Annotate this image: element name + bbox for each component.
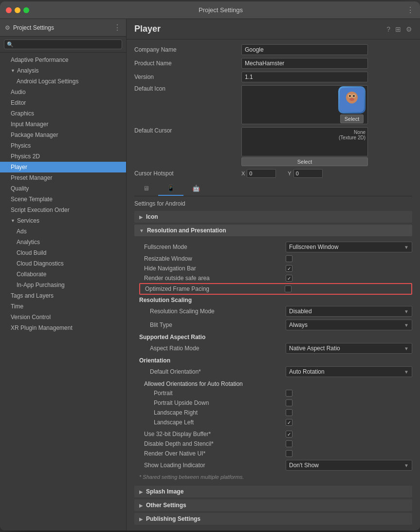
sidebar-item-analysis[interactable]: ▼ Analysis xyxy=(0,65,126,76)
sidebar-item-physics-2d[interactable]: Physics 2D xyxy=(0,151,126,162)
sidebar-items-list: Adaptive Performance ▼ Analysis Android … xyxy=(0,53,126,531)
hide-nav-bar-checkbox[interactable] xyxy=(286,265,292,272)
tab-android[interactable]: 🤖 xyxy=(183,182,209,196)
resolution-scaling-mode-dropdown[interactable]: Disabled ▼ xyxy=(286,306,412,317)
titlebar: Project Settings ⋮ xyxy=(0,1,420,19)
show-loading-dropdown[interactable]: Don't Show ▼ xyxy=(286,460,412,471)
supported-aspect-ratio-title: Supported Aspect Ratio xyxy=(139,332,412,342)
resolution-scaling-mode-row: Resolution Scaling Mode Disabled ▼ xyxy=(139,304,412,318)
hotspot-x-input[interactable] xyxy=(247,169,276,178)
sidebar-label: Player xyxy=(11,164,27,171)
version-input[interactable] xyxy=(241,72,368,82)
sidebar-item-player[interactable]: Player xyxy=(0,162,126,172)
blit-type-value: Always ▼ xyxy=(286,320,412,330)
sidebar-item-tags-and-layers[interactable]: Tags and Layers xyxy=(0,290,126,301)
sidebar-label: Services xyxy=(17,217,39,224)
resolution-scaling-mode-label: Resolution Scaling Mode xyxy=(139,308,286,315)
landscape-right-value xyxy=(286,409,412,416)
sidebar-label: Preset Manager xyxy=(11,174,52,181)
sidebar-item-android-logcat[interactable]: Android Logcat Settings xyxy=(0,76,126,87)
sidebar-item-scene-template[interactable]: Scene Template xyxy=(0,194,126,205)
sidebar-item-script-execution-order[interactable]: Script Execution Order xyxy=(0,205,126,215)
sidebar-item-input-manager[interactable]: Input Manager xyxy=(0,119,126,130)
sidebar-item-cloud-build[interactable]: Cloud Build xyxy=(0,247,126,258)
hotspot-y-input[interactable] xyxy=(293,169,323,178)
product-name-input[interactable] xyxy=(241,58,368,69)
cursor-select-button[interactable]: Select xyxy=(241,157,368,166)
window-menu[interactable]: ⋮ xyxy=(406,5,414,15)
sidebar-item-graphics[interactable]: Graphics xyxy=(0,108,126,119)
resolution-section-header[interactable]: ▼ Resolution and Presentation xyxy=(134,225,412,236)
window-title: Project Settings xyxy=(35,6,406,14)
fullscreen-mode-label: Fullscreen Mode xyxy=(139,244,286,250)
splash-image-arrow: ▶ xyxy=(139,489,143,494)
tab-desktop[interactable]: 🖥 xyxy=(134,182,158,196)
icon-section-title: Icon xyxy=(146,213,158,220)
sidebar-label: In-App Purchasing xyxy=(17,282,65,288)
sidebar-item-analytics[interactable]: Analytics xyxy=(0,237,126,247)
svg-point-4 xyxy=(349,95,351,97)
blit-type-dropdown[interactable]: Always ▼ xyxy=(286,320,412,330)
dropdown-arrow: ▼ xyxy=(404,309,409,314)
sidebar-item-adaptive-performance[interactable]: Adaptive Performance xyxy=(0,55,126,65)
maximize-button[interactable] xyxy=(23,7,29,13)
portrait-upside-down-checkbox[interactable] xyxy=(286,399,292,406)
sidebar-item-ads[interactable]: Ads xyxy=(0,226,126,237)
content-area: ⚙ Project Settings ⋮ 🔍 Adaptive Performa… xyxy=(0,19,420,531)
sidebar-item-time[interactable]: Time xyxy=(0,301,126,312)
render-outside-safe-checkbox[interactable] xyxy=(286,275,292,282)
aspect-ratio-mode-dropdown[interactable]: Native Aspect Ratio ▼ xyxy=(286,343,412,354)
icon-section-header[interactable]: ▶ Icon xyxy=(134,211,412,223)
search-input[interactable] xyxy=(4,39,122,49)
sidebar-item-physics[interactable]: Physics xyxy=(0,140,126,151)
portrait-checkbox[interactable] xyxy=(286,390,292,397)
company-name-input[interactable] xyxy=(241,44,368,55)
minimize-button[interactable] xyxy=(15,7,20,13)
sidebar-item-editor[interactable]: Editor xyxy=(0,97,126,108)
sidebar-item-version-control[interactable]: Version Control xyxy=(0,312,126,323)
show-loading-value: Don't Show ▼ xyxy=(286,460,412,471)
settings-icon[interactable]: ⚙ xyxy=(406,25,412,33)
sidebar-menu-icon[interactable]: ⋮ xyxy=(113,23,121,32)
main-content-area: Company Name Product Name Version Defaul… xyxy=(127,39,420,531)
version-label: Version xyxy=(134,74,241,80)
sidebar-item-in-app-purchasing[interactable]: In-App Purchasing xyxy=(0,280,126,290)
icon-select-button[interactable]: Select xyxy=(340,114,364,123)
mobile-icon: 📱 xyxy=(167,185,175,192)
sidebar-item-audio[interactable]: Audio xyxy=(0,87,126,97)
app-window: Project Settings ⋮ ⚙ Project Settings ⋮ … xyxy=(0,1,420,531)
sidebar-item-preset-manager[interactable]: Preset Manager xyxy=(0,172,126,183)
search-icon: 🔍 xyxy=(7,41,14,48)
sidebar-item-quality[interactable]: Quality xyxy=(0,183,126,194)
sidebar-item-collaborate[interactable]: Collaborate xyxy=(0,269,126,280)
default-orientation-dropdown[interactable]: Auto Rotation ▼ xyxy=(286,366,412,377)
tab-mobile[interactable]: 📱 xyxy=(158,182,183,196)
default-orientation-label: Default Orientation* xyxy=(139,368,286,375)
disable-depth-checkbox[interactable] xyxy=(286,440,292,447)
sidebar-item-cloud-diagnostics[interactable]: Cloud Diagnostics xyxy=(0,258,126,269)
sidebar-item-package-manager[interactable]: Package Manager xyxy=(0,130,126,140)
optimized-frame-pacing-label: Optimized Frame Pacing xyxy=(140,285,285,292)
sidebar-item-xr-plugin-management[interactable]: XR Plugin Management xyxy=(0,323,126,333)
render-over-native-checkbox[interactable] xyxy=(286,450,292,457)
sidebar-item-services[interactable]: ▼ Services xyxy=(0,215,126,226)
fullscreen-mode-dropdown[interactable]: Fullscreen Window ▼ xyxy=(286,242,412,252)
optimized-frame-pacing-checkbox[interactable] xyxy=(285,285,292,292)
layout-icon[interactable]: ⊞ xyxy=(395,25,401,33)
sidebar-label: Physics xyxy=(11,142,31,149)
fullscreen-mode-row: Fullscreen Mode Fullscreen Window ▼ xyxy=(139,240,412,254)
close-button[interactable] xyxy=(6,7,12,13)
splash-image-section-header[interactable]: ▶ Splash Image xyxy=(134,486,412,497)
other-settings-section-header[interactable]: ▶ Other Settings xyxy=(134,499,412,511)
landscape-right-checkbox[interactable] xyxy=(286,409,292,416)
default-icon-row: Default Icon xyxy=(134,85,412,124)
help-icon[interactable]: ? xyxy=(386,25,390,33)
landscape-left-checkbox[interactable] xyxy=(286,419,292,426)
use-32bit-checkbox[interactable] xyxy=(286,431,292,437)
hotspot-y-label: Y xyxy=(288,171,291,176)
hide-nav-bar-value xyxy=(286,265,412,272)
resizable-window-checkbox[interactable] xyxy=(286,255,292,262)
resolution-scaling-title: Resolution Scaling xyxy=(139,295,412,304)
publishing-settings-section-header[interactable]: ▶ Publishing Settings xyxy=(134,513,412,525)
portrait-upside-down-label: Portrait Upside Down xyxy=(139,399,286,406)
